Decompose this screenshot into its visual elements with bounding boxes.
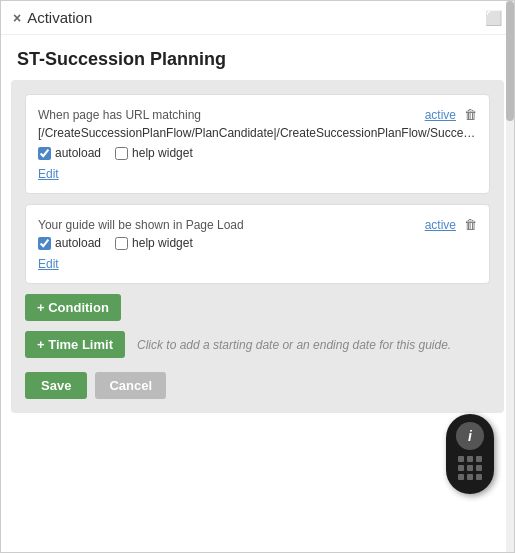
- page-title: ST-Succession Planning: [1, 35, 514, 80]
- time-limit-button[interactable]: + Time Limit: [25, 331, 125, 358]
- card1-helpwidget-label[interactable]: help widget: [115, 146, 193, 160]
- card2-checkbox-row: autoload help widget: [38, 236, 477, 250]
- card1-checkbox-row: autoload help widget: [38, 146, 477, 160]
- window-title: Activation: [27, 9, 92, 26]
- card2-header: Your guide will be shown in Page Load ac…: [38, 217, 477, 232]
- card-url-matching: When page has URL matching active 🗑 [/Cr…: [25, 94, 490, 194]
- card1-header: When page has URL matching active 🗑: [38, 107, 477, 122]
- card2-header-text: Your guide will be shown in Page Load: [38, 218, 244, 232]
- condition-button[interactable]: + Condition: [25, 294, 121, 321]
- card1-header-right: active 🗑: [425, 107, 477, 122]
- card1-delete-icon[interactable]: 🗑: [464, 107, 477, 122]
- card2-autoload-checkbox[interactable]: [38, 237, 51, 250]
- info-device: i: [446, 414, 494, 494]
- condition-row: + Condition: [25, 294, 490, 321]
- close-icon[interactable]: ×: [13, 10, 21, 26]
- card-page-load: Your guide will be shown in Page Load ac…: [25, 204, 490, 284]
- card2-edit-link[interactable]: Edit: [38, 257, 59, 271]
- title-bar-left: × Activation: [13, 9, 92, 26]
- time-limit-row: + Time Limit Click to add a starting dat…: [25, 331, 490, 358]
- cancel-button[interactable]: Cancel: [95, 372, 166, 399]
- card2-helpwidget-checkbox[interactable]: [115, 237, 128, 250]
- restore-icon[interactable]: ⬜: [485, 10, 502, 26]
- action-buttons: Save Cancel: [25, 372, 490, 399]
- save-button[interactable]: Save: [25, 372, 87, 399]
- activation-window: × Activation ⬜ ST-Succession Planning Wh…: [0, 0, 515, 553]
- time-limit-hint: Click to add a starting date or an endin…: [137, 338, 451, 352]
- card1-url-text: [/CreateSuccessionPlanFlow/PlanCandidate…: [38, 126, 477, 140]
- card1-autoload-checkbox[interactable]: [38, 147, 51, 160]
- card1-edit-link[interactable]: Edit: [38, 167, 59, 181]
- card1-helpwidget-checkbox[interactable]: [115, 147, 128, 160]
- card1-active-link[interactable]: active: [425, 108, 456, 122]
- scrollbar-thumb[interactable]: [506, 1, 514, 121]
- card2-header-right: active 🗑: [425, 217, 477, 232]
- card2-delete-icon[interactable]: 🗑: [464, 217, 477, 232]
- card1-header-text: When page has URL matching: [38, 108, 201, 122]
- title-bar: × Activation ⬜: [1, 1, 514, 35]
- card1-autoload-label[interactable]: autoload: [38, 146, 101, 160]
- card2-helpwidget-label[interactable]: help widget: [115, 236, 193, 250]
- card2-autoload-label[interactable]: autoload: [38, 236, 101, 250]
- card2-active-link[interactable]: active: [425, 218, 456, 232]
- device-info-icon: i: [456, 422, 484, 450]
- content-area: When page has URL matching active 🗑 [/Cr…: [11, 80, 504, 413]
- scrollbar-track: [506, 1, 514, 552]
- device-dots: [458, 456, 482, 480]
